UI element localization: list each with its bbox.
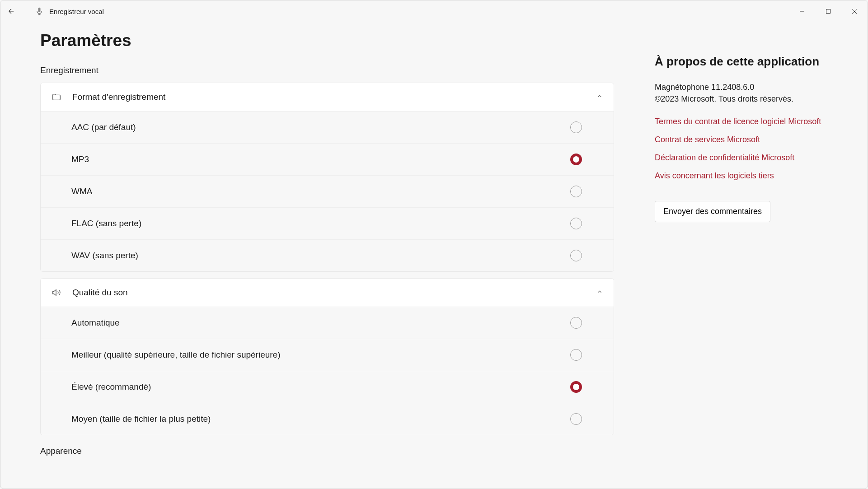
quality-option-high[interactable]: Élevé (recommandé) [41,371,614,403]
format-option-mp3[interactable]: MP3 [41,143,614,175]
radio-indicator [570,186,582,197]
folder-icon [52,92,61,102]
section-label-appearance: Apparence [40,446,614,456]
option-label: MP3 [71,154,570,164]
app-icon [35,7,44,16]
format-card-title: Format d'enregistrement [72,92,596,102]
radio-indicator [570,381,582,393]
link-license-terms[interactable]: Termes du contrat de licence logiciel Mi… [655,116,829,127]
radio-indicator [570,250,582,261]
feedback-button[interactable]: Envoyer des commentaires [655,201,770,222]
format-option-wma[interactable]: WMA [41,175,614,207]
quality-card-title: Qualité du son [72,288,596,298]
format-option-wav[interactable]: WAV (sans perte) [41,239,614,271]
option-label: Moyen (taille de fichier la plus petite) [71,414,570,424]
format-option-aac[interactable]: AAC (par défaut) [41,111,614,143]
radio-indicator [570,154,582,165]
close-icon [852,9,857,14]
arrow-left-icon [7,7,15,15]
svg-rect-0 [38,8,41,12]
option-label: Élevé (recommandé) [71,382,570,392]
quality-card: Qualité du son Automatique Meilleur (qua… [40,278,614,435]
radio-indicator [570,349,582,361]
option-label: Meilleur (qualité supérieure, taille de … [71,350,570,360]
app-title: Enregistreur vocal [49,8,104,15]
maximize-button[interactable] [815,0,841,22]
radio-indicator [570,413,582,425]
quality-option-best[interactable]: Meilleur (qualité supérieure, taille de … [41,339,614,371]
section-label-recording: Enregistrement [40,65,614,75]
quality-card-header[interactable]: Qualité du son [41,279,614,307]
close-button[interactable] [841,0,868,22]
speaker-icon [52,288,61,298]
radio-indicator [570,218,582,229]
copyright: ©2023 Microsoft. Tous droits réservés. [655,93,829,105]
quality-option-auto[interactable]: Automatique [41,307,614,339]
about-version-copyright: Magnétophone 11.2408.6.0 ©2023 Microsoft… [655,81,829,105]
quality-option-medium[interactable]: Moyen (taille de fichier la plus petite) [41,403,614,435]
window-controls [789,0,868,22]
format-card: Format d'enregistrement AAC (par défaut)… [40,83,614,272]
radio-indicator [570,121,582,133]
app-version: Magnétophone 11.2408.6.0 [655,81,829,93]
minimize-button[interactable] [789,0,815,22]
chevron-up-icon [596,289,603,297]
titlebar: Enregistreur vocal [0,0,868,22]
format-card-header[interactable]: Format d'enregistrement [41,83,614,111]
link-privacy[interactable]: Déclaration de confidentialité Microsoft [655,152,829,163]
about-title: À propos de cette application [655,55,829,69]
option-label: FLAC (sans perte) [71,219,570,228]
option-label: Automatique [71,318,570,328]
page-title: Paramètres [40,31,614,50]
link-third-party[interactable]: Avis concernant les logiciels tiers [655,170,829,182]
option-label: AAC (par défaut) [71,122,570,132]
chevron-up-icon [596,93,603,101]
maximize-icon [826,9,831,14]
option-label: WAV (sans perte) [71,251,570,261]
minimize-icon [799,9,805,14]
format-option-flac[interactable]: FLAC (sans perte) [41,207,614,239]
back-button[interactable] [0,0,22,22]
radio-indicator [570,317,582,329]
option-label: WMA [71,186,570,196]
svg-rect-1 [826,9,830,14]
link-services-agreement[interactable]: Contrat de services Microsoft [655,134,829,145]
